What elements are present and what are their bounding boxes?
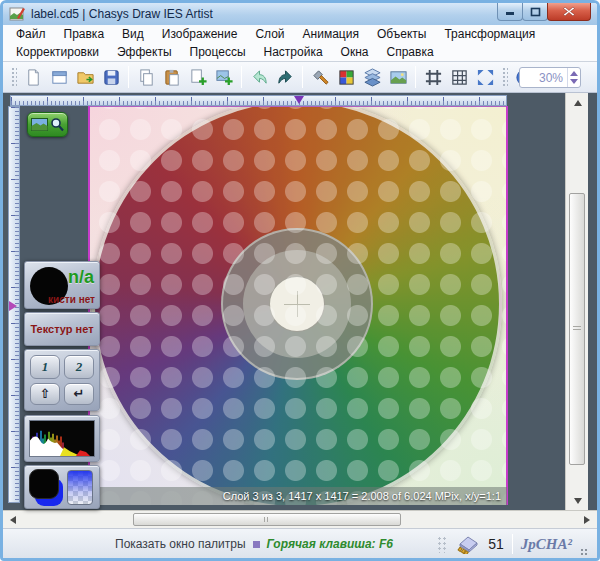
close-button[interactable] xyxy=(547,3,591,21)
menu-help[interactable]: Справка xyxy=(378,43,443,61)
menu-settings[interactable]: Настройка xyxy=(255,43,332,61)
zoom-spinner xyxy=(567,68,580,87)
menu-processes[interactable]: Процессы xyxy=(181,43,255,61)
toolbar-grip[interactable] xyxy=(501,66,508,88)
gradient-transparency-swatch[interactable] xyxy=(67,470,93,505)
zoom-level-value: 30% xyxy=(520,71,567,85)
status-hotkey-text: Горячая клавиша: F6 xyxy=(267,537,393,551)
menu-edit[interactable]: Правка xyxy=(55,25,114,43)
arrow-right-icon xyxy=(584,516,590,524)
vertical-ruler xyxy=(8,106,20,503)
texture-panel[interactable]: Текстур нет xyxy=(24,312,100,346)
menu-windows[interactable]: Окна xyxy=(332,43,378,61)
horizontal-scrollbar-thumb[interactable] xyxy=(133,513,401,526)
undo-button[interactable] xyxy=(247,65,271,89)
save-button[interactable] xyxy=(99,65,123,89)
menu-row-2: Корректировки Эффекты Процессы Настройка… xyxy=(3,43,597,61)
horizontal-scrollbar[interactable] xyxy=(3,510,597,528)
statusbar-separator xyxy=(512,534,513,554)
vertical-scrollbar[interactable] xyxy=(565,93,588,510)
layers-button[interactable] xyxy=(360,65,384,89)
scroll-down-button[interactable] xyxy=(566,493,589,508)
toolbar-separator xyxy=(128,66,129,88)
bullet-icon xyxy=(253,541,260,548)
zoom-level-field[interactable]: 30% xyxy=(519,67,581,88)
horizontal-ruler xyxy=(10,95,507,106)
shift-key-button[interactable]: ⇧ xyxy=(30,383,60,406)
canvas-frame-button[interactable] xyxy=(421,65,445,89)
undo-arrow-icon xyxy=(250,68,269,87)
redo-button[interactable] xyxy=(273,65,297,89)
minimize-button[interactable] xyxy=(497,3,523,21)
tools-button[interactable] xyxy=(308,65,332,89)
menu-file[interactable]: Файл xyxy=(7,25,55,43)
memory-chip-icon xyxy=(454,534,480,554)
arrow-left-icon xyxy=(10,516,16,524)
menu-layer[interactable]: Слой xyxy=(246,25,293,43)
scroll-left-button[interactable] xyxy=(5,511,21,529)
histogram-chart xyxy=(29,420,95,457)
resize-grip[interactable] xyxy=(580,548,589,557)
quick-keys-panel: 1 2 ⇧ ↵ xyxy=(24,349,100,411)
menu-effects[interactable]: Эффекты xyxy=(108,43,181,61)
palette-button[interactable] xyxy=(334,65,358,89)
vertical-scrollbar-thumb[interactable] xyxy=(569,193,585,465)
texture-status: Текстур нет xyxy=(30,323,93,335)
key-1-button[interactable]: 1 xyxy=(30,355,60,379)
copy-icon xyxy=(137,68,156,87)
grid-icon xyxy=(450,68,469,87)
menu-adjustments[interactable]: Корректировки xyxy=(7,43,108,61)
scroll-right-button[interactable] xyxy=(579,511,595,529)
enter-key-button[interactable]: ↵ xyxy=(64,383,94,406)
image-button[interactable] xyxy=(386,65,410,89)
canvas-status-text: Слой 3 из 3, 1417 x 1417 = 2.008 of 6.02… xyxy=(89,487,507,505)
color-swatches-panel xyxy=(24,465,100,509)
open-button[interactable] xyxy=(73,65,97,89)
ruler-cursor-marker-y xyxy=(9,301,17,311)
paste-button[interactable] xyxy=(160,65,184,89)
app-icon xyxy=(9,6,25,22)
menu-bar: Файл Правка Вид Изображение Слой Анимаци… xyxy=(3,25,597,62)
app-window: label.cd5 | Chasys Draw IES Artist Файл … xyxy=(0,0,600,561)
key-2-button[interactable]: 2 xyxy=(64,355,94,379)
menu-row-1: Файл Правка Вид Изображение Слой Анимаци… xyxy=(3,25,597,43)
navigator-button[interactable] xyxy=(27,112,68,137)
scroll-up-button[interactable] xyxy=(566,95,589,110)
menu-image[interactable]: Изображение xyxy=(153,25,247,43)
close-icon xyxy=(563,6,575,17)
toolbar-grip[interactable] xyxy=(10,66,17,88)
menu-view[interactable]: Вид xyxy=(113,25,153,43)
open-folder-icon xyxy=(76,68,95,87)
zoom-increase-icon[interactable] xyxy=(570,71,578,76)
fit-view-icon xyxy=(476,68,495,87)
fit-view-button[interactable] xyxy=(473,65,497,89)
paste-as-new-layer-icon xyxy=(215,68,234,87)
brush-panel[interactable]: n/a кисти нет xyxy=(24,261,100,309)
copy-button[interactable] xyxy=(134,65,158,89)
toolbar: ? 30% xyxy=(3,62,597,93)
zoom-decrease-icon[interactable] xyxy=(570,79,578,84)
new-window-icon xyxy=(50,68,69,87)
paste-icon xyxy=(163,68,182,87)
maximize-button[interactable] xyxy=(522,3,548,21)
status-hint-group: Показать окно палитры Горячая клавиша: F… xyxy=(115,529,393,559)
foreground-color-swatch[interactable] xyxy=(29,469,59,499)
paste-as-new-layer-button[interactable] xyxy=(212,65,236,89)
new-window-button[interactable] xyxy=(47,65,71,89)
paste-as-new-image-button[interactable] xyxy=(186,65,210,89)
workspace: Слой 3 из 3, 1417 x 1417 = 2.008 of 6.02… xyxy=(3,93,597,510)
new-document-icon xyxy=(24,68,43,87)
caption-buttons xyxy=(498,3,591,21)
new-document-button[interactable] xyxy=(21,65,45,89)
ruler-cursor-marker-x xyxy=(294,96,304,104)
menu-animation[interactable]: Анимация xyxy=(294,25,368,43)
canvas[interactable]: Слой 3 из 3, 1417 x 1417 = 2.008 of 6.02… xyxy=(89,106,507,505)
histogram-panel[interactable] xyxy=(24,415,100,462)
paste-as-new-image-icon xyxy=(189,68,208,87)
menu-transform[interactable]: Трансформация xyxy=(435,25,544,43)
object-counter: 51 xyxy=(488,536,504,552)
image-icon xyxy=(389,68,408,87)
grid-button[interactable] xyxy=(447,65,471,89)
menu-objects[interactable]: Объекты xyxy=(368,25,436,43)
status-hint-text: Показать окно палитры xyxy=(115,537,246,551)
